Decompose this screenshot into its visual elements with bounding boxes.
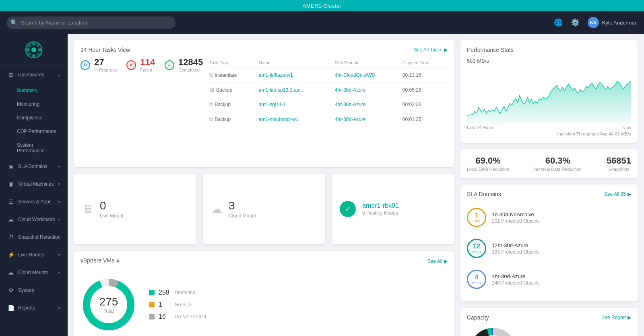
completed-stat: ✓ 12845 Completed (165, 58, 203, 72)
reports-chevron: ▼ (57, 306, 61, 310)
cloud-mount-card: ☁ 3 Cloud Mount (203, 174, 325, 244)
svg-point-3 (32, 54, 35, 57)
failed-label: Failed (140, 68, 155, 72)
sidebar-item-sla-domains[interactable]: ◉ SLA Domains ▼ (0, 158, 68, 175)
metrics-row: 69.0% Local Data Reduction 60.3% Archiva… (460, 149, 638, 178)
col-elapsed: Elapsed Time (399, 58, 448, 68)
sidebar-item-system[interactable]: ⚙ System (0, 281, 68, 299)
svg-point-6 (28, 44, 31, 47)
task-name-cell[interactable]: am1-sql14-1 (256, 97, 332, 112)
sla-badge-num: 12 (473, 243, 480, 250)
task-sla-cell[interactable]: 4hr-CloudOn-AWS (332, 68, 399, 83)
see-all-vsphere-link[interactable]: See All ▶ (427, 258, 448, 264)
sla-badge-unit: Hours (472, 281, 481, 285)
capacity-header: Capacity See Report ▶ (467, 314, 631, 321)
svg-point-1 (31, 47, 36, 52)
sla-badge: 12 Hours (467, 239, 486, 258)
cluster-healthy-icon: ✓ (340, 201, 356, 217)
sla-badge-unit: Hours (472, 250, 481, 254)
cluster-nodes: 8 Healthy Nodes (362, 210, 399, 216)
globe-icon[interactable]: 🌐 (554, 18, 563, 27)
legend-dot (149, 314, 155, 320)
sla-badge: 4 Hours (467, 270, 486, 289)
cloud-mounts-icon: ☁ (8, 269, 14, 276)
sidebar-item-dashboards[interactable]: ⊞ Dashboards ▲ (0, 66, 68, 84)
monitor-icon: 🖥 (82, 203, 93, 216)
sidebar-item-virtual-machines[interactable]: ▣ Virtual Machines ▼ (0, 175, 68, 193)
task-name-cell[interactable]: am1-jefffaze-w1 (256, 68, 332, 83)
table-row[interactable]: ⧉Instantiate am1-jefffaze-w1 4hr-CloudOn… (206, 68, 448, 83)
sidebar-item-live-mounts[interactable]: ⚡ Live Mounts ▼ (0, 246, 68, 264)
list-item[interactable]: 12 Hours 12hr-30d-Azure 193 Protected Ob… (467, 233, 631, 264)
failed-count: 114 (140, 58, 155, 67)
vsphere-dropdown[interactable]: vSphere VMs ∨ (80, 257, 120, 264)
see-all-tasks-link[interactable]: See All Tasks ▶ (414, 47, 448, 53)
task-name-cell[interactable]: am1-maulmodi-w1 (256, 112, 332, 123)
svg-point-8 (28, 53, 31, 55)
sla-objects: 148 Protected Objects (492, 280, 540, 286)
svg-point-2 (32, 42, 35, 45)
see-all-sla-link[interactable]: See All 95 ▶ (604, 191, 631, 197)
header-right: 🌐 ⚙️ KA Kyle Anderman (554, 17, 638, 28)
perf-value: 583 MB/s (467, 58, 631, 64)
servers-chevron: ▼ (57, 200, 61, 204)
sla-title: SLA Domains (467, 191, 501, 197)
see-report-link[interactable]: See Report ▶ (601, 315, 631, 320)
task-sla-cell[interactable]: 4hr-30d-Azure (332, 83, 399, 97)
snapshots-label: Snapshots (607, 167, 631, 172)
capacity-donut: 79% Available (467, 326, 519, 336)
list-item[interactable]: 4 Hours 4hr-30d-Azure 148 Protected Obje… (467, 264, 631, 295)
archival-reduction-value: 60.3% (534, 156, 582, 166)
list-item: 16 Do Not Protect (149, 313, 206, 320)
col-sla: SLA Domain (332, 58, 399, 68)
table-row[interactable]: ⧉Backup am1-maulmodi-w1 4hr-30d-Azure 00… (206, 112, 448, 123)
table-row[interactable]: ⧉Backup am1-sql14-1 4hr-30d-Azure 00:03:… (206, 97, 448, 112)
sidebar-item-summary[interactable]: Summary (0, 84, 68, 97)
task-sla-cell[interactable]: 4hr-30d-Azure (332, 112, 399, 123)
cluster-card: ✓ amer1-rbk01 8 Healthy Nodes (332, 174, 454, 244)
sidebar-item-cloud-workloads[interactable]: ☁ Cloud Workloads ▼ (0, 211, 68, 228)
reports-icon: 📄 (8, 305, 14, 311)
sla-name: 1d-30d-NoArchive (492, 211, 540, 217)
donut-center: 275 Total (99, 295, 118, 314)
table-row[interactable]: 🖥Backup am1-lab-sp13-1.am... 4hr-30d-Azu… (206, 83, 448, 97)
completed-icon: ✓ (165, 60, 174, 70)
completed-label: Completed (178, 68, 203, 72)
search-container: 🔍 (6, 16, 175, 29)
task-sla-cell[interactable]: 4hr-30d-Azure (332, 97, 399, 112)
settings-icon[interactable]: ⚙️ (571, 18, 580, 27)
progress-icon: ↻ (80, 60, 90, 70)
legend-dot (149, 290, 155, 295)
sidebar-item-monitoring[interactable]: Monitoring (0, 97, 68, 111)
sidebar-item-servers-apps[interactable]: ☰ Servers & Apps ▼ (0, 193, 68, 211)
sla-header: SLA Domains See All 95 ▶ (467, 191, 631, 197)
task-icon: ⧉ (209, 116, 213, 122)
sla-icon: ◉ (8, 163, 14, 170)
search-input[interactable] (6, 16, 175, 29)
sla-name: 12hr-30d-Azure (492, 242, 540, 248)
task-type-cell: ⧉Instantiate (206, 68, 256, 83)
perf-header: Performance Stats (467, 47, 631, 53)
sidebar-item-reports[interactable]: 📄 Reports ▼ (0, 299, 68, 317)
perf-title: Performance Stats (467, 47, 514, 53)
task-icon: ⧉ (209, 72, 213, 78)
sidebar-item-cloud-mounts[interactable]: ☁ Cloud Mounts ▼ (0, 264, 68, 281)
perf-chart (467, 67, 631, 123)
legend-dot (149, 302, 155, 307)
list-item: 258 Protected (149, 289, 206, 296)
user-menu[interactable]: KA Kyle Anderman (588, 17, 638, 28)
sidebar-item-snapshot-retention[interactable]: ⏱ Snapshot Retention (0, 228, 68, 246)
tasks-card-header: 24 Hour Tasks View See All Tasks ▶ (80, 47, 448, 53)
vm-chevron: ▼ (57, 182, 61, 186)
task-icon: ⧉ (209, 101, 213, 108)
servers-icon: ☰ (8, 199, 14, 205)
task-name-cell[interactable]: am1-lab-sp13-1.am... (256, 83, 332, 97)
list-item: 1 No SLA (149, 301, 206, 308)
sidebar-item-system-performance[interactable]: System Performance (0, 138, 68, 158)
list-item[interactable]: 1 Day 1d-30d-NoArchive 201 Protected Obj… (467, 202, 631, 233)
archival-reduction-label: Archival Data Reduction (534, 167, 582, 172)
sidebar-item-compliance[interactable]: Compliance (0, 111, 68, 125)
sidebar-item-cdp-performance[interactable]: CDP Performance (0, 125, 68, 138)
user-name: Kyle Anderman (602, 20, 638, 26)
cloud-mount-count: 3 (229, 199, 256, 212)
